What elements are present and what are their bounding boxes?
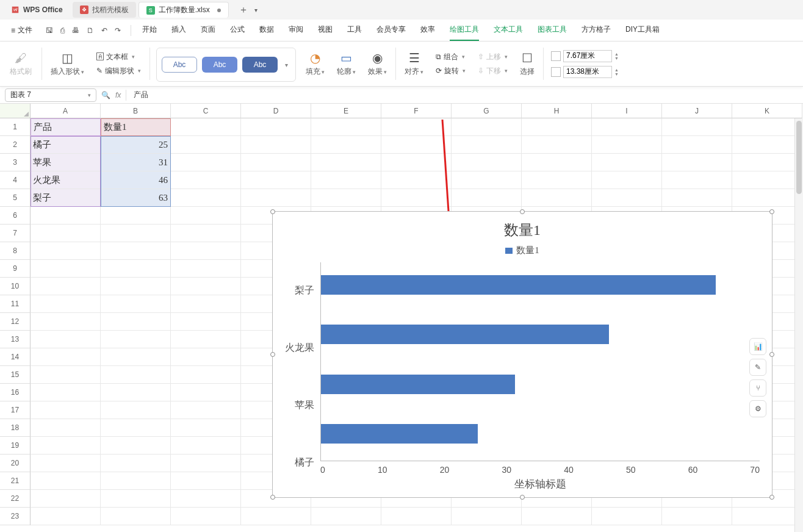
cell[interactable] [732, 508, 802, 525]
cell[interactable] [452, 136, 522, 154]
tab-review[interactable]: 审阅 [289, 20, 303, 41]
cell[interactable] [662, 154, 732, 171]
cell[interactable] [171, 260, 241, 278]
insert-shape-button[interactable]: ◫ 插入形状▾ [51, 51, 84, 77]
cell[interactable] [732, 171, 802, 189]
cell[interactable] [101, 313, 171, 331]
tab-formula[interactable]: 公式 [230, 20, 245, 41]
row-header[interactable]: 14 [0, 348, 31, 366]
row-header[interactable]: 16 [0, 384, 31, 401]
cell[interactable] [522, 136, 592, 154]
cell[interactable] [101, 331, 171, 348]
cell[interactable] [171, 348, 241, 366]
chart-bar[interactable] [321, 275, 716, 295]
row-header[interactable]: 22 [0, 490, 31, 508]
cell[interactable] [381, 118, 452, 136]
cell[interactable] [171, 455, 241, 472]
height-spinner[interactable]: ▲▼ [614, 52, 619, 60]
align-button[interactable]: ☰对齐▾ [405, 51, 423, 77]
cell[interactable] [101, 384, 171, 401]
tab-data[interactable]: 数据 [259, 20, 274, 41]
cell[interactable] [522, 118, 592, 136]
style-preset-1[interactable]: Abc [162, 57, 197, 73]
cell[interactable] [522, 171, 592, 189]
tab-list-button[interactable]: ▾ [254, 7, 257, 13]
height-input[interactable] [563, 50, 612, 62]
row-header[interactable]: 15 [0, 366, 31, 384]
cell[interactable] [101, 242, 171, 260]
outline-button[interactable]: ▭轮廓▾ [337, 51, 356, 77]
tab-member[interactable]: 会员专享 [376, 20, 406, 41]
cell[interactable] [31, 419, 101, 437]
width-input[interactable] [563, 66, 612, 78]
fill-button[interactable]: ◔填充▾ [306, 51, 325, 77]
row-header[interactable]: 18 [0, 419, 31, 437]
cell[interactable] [452, 189, 522, 207]
cell[interactable] [171, 401, 241, 419]
cell[interactable] [592, 189, 662, 207]
row-header[interactable]: 23 [0, 508, 31, 525]
row-header[interactable]: 7 [0, 225, 31, 242]
chart-filter-button[interactable]: ⑂ [749, 379, 766, 397]
cell[interactable] [171, 508, 241, 525]
chart-title[interactable]: 数量1 [285, 220, 760, 240]
cell[interactable] [171, 472, 241, 490]
cell[interactable] [732, 189, 802, 207]
cell[interactable] [171, 136, 241, 154]
new-tab-button[interactable]: ＋ [235, 4, 252, 16]
cell[interactable]: 苹果 [31, 154, 101, 171]
effects-button[interactable]: ◉效果▾ [368, 51, 387, 77]
cell[interactable] [662, 171, 732, 189]
cell[interactable] [452, 171, 522, 189]
fx-icon[interactable]: fx [115, 91, 121, 99]
cell[interactable] [171, 313, 241, 331]
style-gallery-more-button[interactable]: ▾ [283, 62, 290, 68]
row-header[interactable]: 21 [0, 472, 31, 490]
cell[interactable] [452, 508, 522, 525]
rotate-button[interactable]: ⟳旋转▾ [436, 66, 466, 76]
cell[interactable] [101, 278, 171, 295]
cell[interactable] [592, 171, 662, 189]
style-preset-3[interactable]: Abc [242, 57, 278, 73]
chart-object[interactable]: 数量1 数量1 梨子火龙果苹果橘子 010203040506070 坐标轴标题 [272, 211, 772, 498]
cell[interactable] [101, 207, 171, 225]
column-header[interactable]: J [662, 104, 732, 118]
cell[interactable] [101, 472, 171, 490]
cell[interactable] [662, 508, 732, 525]
cell[interactable] [311, 171, 381, 189]
tab-view[interactable]: 视图 [318, 20, 333, 41]
cell[interactable] [241, 136, 311, 154]
cell[interactable] [171, 384, 241, 401]
column-header[interactable]: F [381, 104, 452, 118]
print-icon[interactable]: 🖶 [71, 25, 81, 36]
cell[interactable]: 产品 [31, 118, 101, 136]
cell[interactable] [241, 171, 311, 189]
resize-handle[interactable] [769, 209, 774, 214]
cell[interactable] [732, 136, 802, 154]
tab-drawing-tools[interactable]: 绘图工具 [450, 20, 479, 41]
tab-insert[interactable]: 插入 [171, 20, 186, 41]
style-preset-2[interactable]: Abc [202, 57, 237, 73]
doc-tab-workbook[interactable]: S 工作簿数量.xlsx [139, 2, 229, 18]
cell[interactable] [241, 154, 311, 171]
cell[interactable] [31, 401, 101, 419]
print-preview-icon[interactable]: 🗋 [85, 25, 95, 36]
row-headers[interactable]: 1234567891011121314151617181920212223 [0, 118, 31, 525]
cell[interactable] [171, 278, 241, 295]
cell[interactable] [101, 508, 171, 525]
cell[interactable] [31, 242, 101, 260]
chart-bar[interactable] [321, 325, 609, 344]
cell[interactable] [732, 154, 802, 171]
column-header[interactable]: A [31, 104, 101, 118]
cell[interactable] [662, 136, 732, 154]
redo-icon[interactable]: ↷ [113, 25, 122, 36]
row-header[interactable]: 1 [0, 118, 31, 136]
group-button[interactable]: ⧉组合▾ [436, 52, 466, 62]
cell[interactable] [592, 508, 662, 525]
cell[interactable] [101, 295, 171, 313]
cell[interactable] [171, 331, 241, 348]
tab-square-grid[interactable]: 方方格子 [582, 20, 611, 41]
cell[interactable] [101, 260, 171, 278]
cell[interactable] [101, 225, 171, 242]
cell[interactable] [241, 508, 311, 525]
